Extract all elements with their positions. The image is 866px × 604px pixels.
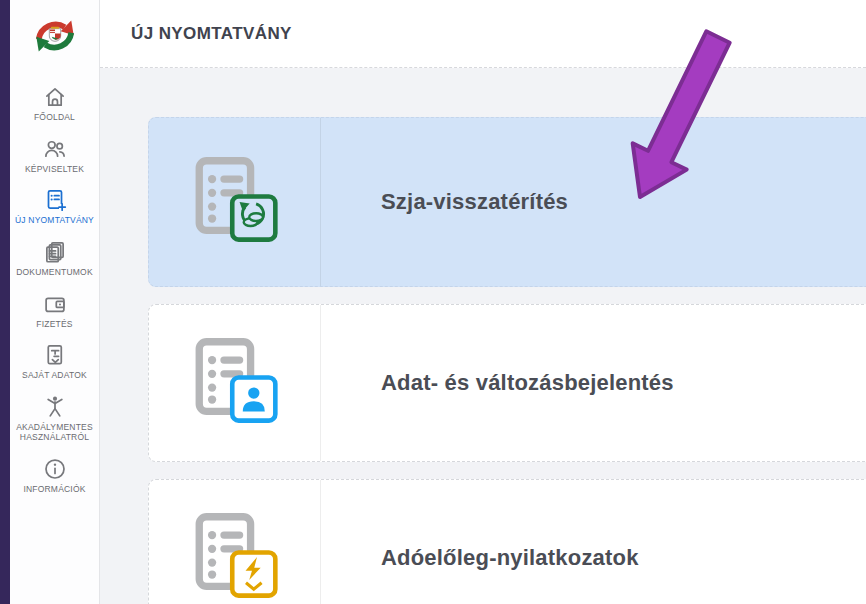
onya-logo[interactable]: [29, 10, 81, 62]
form-card-szja-visszaterites[interactable]: Szja-visszatérítés: [148, 117, 866, 287]
home-icon: [42, 84, 68, 110]
sidebar-item-fooldal[interactable]: FŐOLDAL: [11, 84, 99, 123]
sidebar-item-dokumentumok[interactable]: DOKUMENTUMOK: [11, 239, 99, 278]
sidebar-item-informaciok[interactable]: INFORMÁCIÓK: [11, 456, 99, 495]
tax-advance-form-icon: [191, 512, 279, 604]
sidebar-item-label: FIZETÉS: [36, 319, 72, 330]
sidebar-item-uj-nyomtatvany[interactable]: ÚJ NYOMTATVÁNY: [11, 187, 99, 226]
page-header: ÚJ NYOMTATVÁNY: [100, 0, 866, 68]
form-card-title: Szja-visszatérítés: [381, 189, 568, 215]
new-form-icon: [42, 187, 68, 213]
sidebar-item-label: ÚJ NYOMTATVÁNY: [15, 215, 94, 226]
sidebar-item-label: SAJÁT ADATOK: [22, 370, 87, 381]
profile-data-icon: [42, 342, 68, 368]
sidebar-item-akadalymentes[interactable]: AKADÁLYMENTES HASZNÁLATRÓL: [11, 394, 99, 443]
sidebar-item-label: KÉPVISELTEK: [25, 164, 84, 175]
sidebar: FŐOLDAL KÉPVISELTEK ÚJ NYOMTATVÁNY DOKUM…: [10, 0, 100, 604]
sidebar-item-kepviseltek[interactable]: KÉPVISELTEK: [11, 136, 99, 175]
form-card-adoeloleg-nyilatkozatok[interactable]: Adóelőleg-nyilatkozatok: [148, 479, 866, 604]
onya-logo-icon: [29, 10, 81, 62]
sidebar-item-label: DOKUMENTUMOK: [16, 267, 93, 278]
form-card-title: Adóelőleg-nyilatkozatok: [381, 545, 639, 571]
data-change-form-icon: [191, 337, 279, 429]
szja-refund-form-icon: [191, 156, 279, 248]
sidebar-item-fizetes[interactable]: FIZETÉS: [11, 291, 99, 330]
documents-icon: [42, 239, 68, 265]
form-card-title: Adat- és változásbejelentés: [381, 370, 674, 396]
accessibility-icon: [42, 394, 68, 420]
left-accent-strip: [0, 0, 10, 604]
form-list: Szja-visszatérítés Adat- és változásbeje…: [100, 68, 866, 604]
form-card-adat-es-valtozasbejelentes[interactable]: Adat- és változásbejelentés: [148, 304, 866, 462]
page-title: ÚJ NYOMTATVÁNY: [131, 24, 292, 44]
form-icon-box: [149, 480, 321, 604]
info-icon: [42, 456, 68, 482]
sidebar-item-label: AKADÁLYMENTES HASZNÁLATRÓL: [11, 422, 99, 443]
form-icon-box: [149, 305, 321, 461]
sidebar-item-sajat-adatok[interactable]: SAJÁT ADATOK: [11, 342, 99, 381]
people-icon: [42, 136, 68, 162]
form-icon-box: [149, 118, 321, 286]
sidebar-item-label: INFORMÁCIÓK: [23, 484, 85, 495]
wallet-icon: [42, 291, 68, 317]
sidebar-item-label: FŐOLDAL: [34, 112, 75, 123]
